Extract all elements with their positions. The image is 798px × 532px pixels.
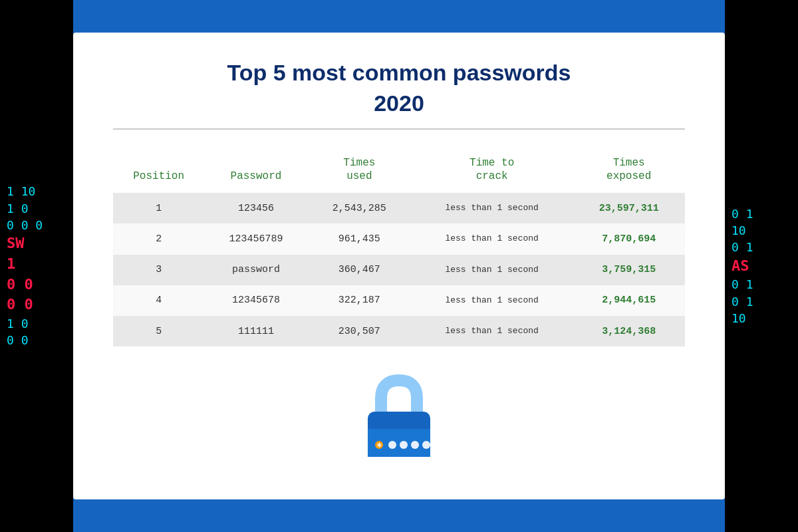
title-divider — [113, 128, 685, 130]
cell-password: password — [204, 255, 307, 285]
cell-times-exposed: 2,944,615 — [573, 285, 685, 316]
svg-text:✳: ✳ — [376, 442, 382, 449]
cell-position: 1 — [113, 193, 204, 223]
cell-position: 4 — [113, 285, 204, 316]
cell-password: 123456789 — [204, 223, 307, 254]
left-side-panel: 1 10 1 0 0 0 0 SW10 00 0 1 00 0 — [0, 0, 73, 532]
cell-times-used: 961,435 — [308, 223, 411, 254]
svg-rect-4 — [368, 449, 430, 457]
cell-times-used: 2,543,285 — [308, 193, 411, 223]
col-header-times-exposed: Timesexposed — [573, 150, 685, 194]
cell-time-to-crack: less than 1 second — [411, 193, 573, 223]
cell-times-used: 322,187 — [308, 285, 411, 316]
cell-times-used: 360,467 — [308, 255, 411, 285]
card-title-line2: 2020 — [113, 90, 685, 116]
lock-icon: ✳ — [356, 370, 442, 466]
card-title-line1: Top 5 most common passwords — [113, 59, 685, 86]
cell-password: 12345678 — [204, 285, 307, 316]
svg-point-7 — [388, 441, 396, 449]
cell-times-used: 230,507 — [308, 316, 411, 346]
col-header-password: Password — [204, 150, 307, 194]
table-row: 412345678322,187less than 1 second2,944,… — [113, 285, 685, 316]
svg-point-10 — [422, 441, 430, 449]
col-header-time-to-crack: Time tocrack — [411, 150, 573, 194]
cell-times-exposed: 23,597,311 — [573, 193, 685, 223]
table-row: 5111111230,507less than 1 second3,124,36… — [113, 316, 685, 346]
lock-area: ✳ — [113, 370, 685, 466]
passwords-table: Position Password Timesused Time tocrack… — [113, 150, 685, 347]
binary-right: 0 1 10 0 1 AS 0 1 0 1 10 — [725, 199, 798, 333]
cell-time-to-crack: less than 1 second — [411, 285, 573, 316]
cell-time-to-crack: less than 1 second — [411, 223, 573, 254]
table-row: 2123456789961,435less than 1 second7,870… — [113, 223, 685, 254]
cell-time-to-crack: less than 1 second — [411, 255, 573, 285]
cell-password: 111111 — [204, 316, 307, 346]
cell-position: 3 — [113, 255, 204, 285]
table-header-row: Position Password Timesused Time tocrack… — [113, 150, 685, 194]
binary-left: 1 10 1 0 0 0 0 SW10 00 0 1 00 0 — [0, 176, 73, 355]
cell-position: 2 — [113, 223, 204, 254]
table-row: 11234562,543,285less than 1 second23,597… — [113, 193, 685, 223]
cell-password: 123456 — [204, 193, 307, 223]
right-side-panel: 0 1 10 0 1 AS 0 1 0 1 10 — [725, 0, 798, 532]
cell-times-exposed: 3,124,368 — [573, 316, 685, 346]
table-row: 3password360,467less than 1 second3,759,… — [113, 255, 685, 285]
cell-position: 5 — [113, 316, 204, 346]
col-header-position: Position — [113, 150, 204, 194]
cell-time-to-crack: less than 1 second — [411, 316, 573, 346]
col-header-times-used: Timesused — [308, 150, 411, 194]
svg-point-8 — [400, 441, 408, 449]
main-card: Top 5 most common passwords 2020 Positio… — [73, 33, 725, 499]
cell-times-exposed: 3,759,315 — [573, 255, 685, 285]
svg-point-9 — [411, 441, 419, 449]
cell-times-exposed: 7,870,694 — [573, 223, 685, 254]
